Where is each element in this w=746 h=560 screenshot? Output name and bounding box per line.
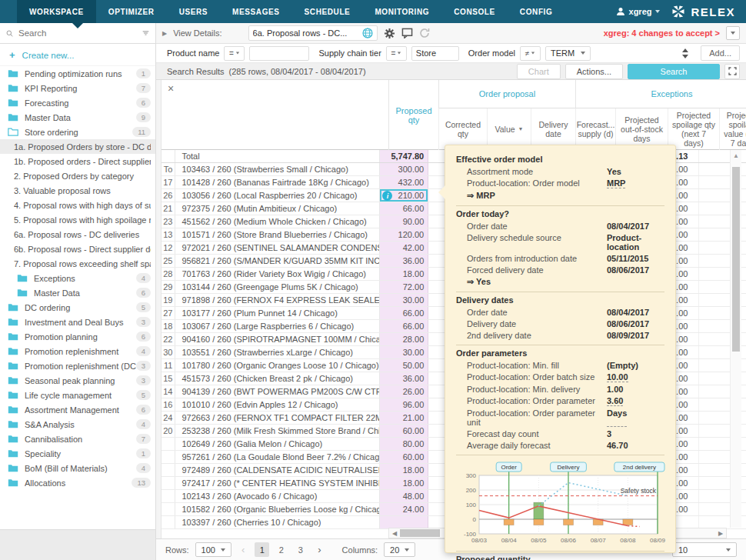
tab-config[interactable]: CONFIG	[508, 0, 565, 23]
next-page-button[interactable]: ›	[314, 544, 325, 555]
tooltip-row-value[interactable]: Days	[607, 408, 627, 427]
sidebar-item-s-a-analysis[interactable]: S&A Analysis4	[0, 417, 155, 432]
sidebar-item-label: 3. Valuable proposal rows	[14, 186, 151, 195]
chevron-down-icon	[655, 10, 660, 13]
column-header-spoilage-qty[interactable]: Projected spoilage qty (next 7 days)	[668, 108, 719, 150]
tab-console[interactable]: CONSOLE	[441, 0, 508, 23]
columns-per-page-select[interactable]: 20	[384, 542, 415, 557]
horizontal-scrollbar-thumb[interactable]	[400, 529, 440, 537]
filter-icon[interactable]	[142, 29, 149, 37]
tooltip-row-value: 46.70	[607, 441, 628, 450]
previous-page-button[interactable]: ‹	[238, 544, 248, 555]
page-number-2[interactable]: 2	[274, 542, 288, 557]
actions-button[interactable]: Actions...	[565, 64, 623, 79]
tab-messages[interactable]: MESSAGES	[220, 0, 291, 23]
folder-icon	[8, 391, 19, 399]
scroll-right-icon[interactable]: ▶	[715, 530, 726, 537]
column-header-out-of-stock-days[interactable]: Projected out-of-stock days	[615, 108, 668, 150]
column-header-corrected-qty[interactable]: Corrected qty	[438, 108, 487, 150]
close-icon[interactable]: ×	[168, 83, 174, 94]
sidebar-item-forecasting[interactable]: Forecasting6	[0, 95, 155, 110]
svg-text:Safety stock: Safety stock	[621, 487, 657, 495]
add-filter-button[interactable]: Add...	[701, 45, 740, 61]
brand-name: RELEX	[691, 5, 735, 18]
column-header-spoilage-value[interactable]: Projected spoilage value (next 7 days)	[719, 108, 746, 150]
sidebar-item-5-proposal-rows-with-high-spoilage-risk[interactable]: 5. Proposal rows with high spoilage risk	[0, 212, 155, 227]
vertical-scrollbar[interactable]: ▲	[730, 150, 741, 528]
column-header-delivery-date[interactable]: Delivery date	[531, 108, 575, 150]
fullscreen-icon[interactable]	[724, 64, 740, 79]
supply-chain-tier-input[interactable]	[411, 46, 459, 61]
sidebar-item-seasonal-peak-planning[interactable]: Seasonal peak planning3	[0, 373, 155, 388]
sidebar-item-life-cycle-management[interactable]: Life cycle management5	[0, 388, 155, 402]
sidebar-item-4-proposal-rows-with-high-days-of-supply[interactable]: 4. Proposal rows with high days of suppl…	[0, 198, 155, 212]
sidebar-item-promotion-replenishment-dcs[interactable]: Promotion replenishment (DCs)3	[0, 358, 155, 373]
rows-per-page-select[interactable]: 100	[195, 542, 231, 557]
sidebar-item-dc-ordering[interactable]: DC ordering5	[0, 300, 155, 315]
sidebar-item-bom-bill-of-materials[interactable]: BoM (Bill of Materials)4	[0, 461, 155, 475]
refresh-icon[interactable]	[419, 28, 430, 38]
sidebar-item-speciality[interactable]: Speciality1	[0, 446, 155, 461]
settings-gear-icon[interactable]	[384, 28, 395, 39]
tab-schedule[interactable]: SCHEDULE	[292, 0, 363, 23]
order-model-select[interactable]: TERM	[545, 46, 591, 61]
tooltip-row-label: Product-location: Min. fill	[467, 361, 607, 370]
scroll-up-icon[interactable]: ▲	[731, 150, 741, 162]
folder-icon	[8, 478, 19, 487]
sidebar-item-1b-proposed-orders-direct-supplier-delive[interactable]: 1b. Proposed orders - Direct supplier de…	[0, 154, 155, 168]
cell-proposed-qty[interactable]: i210.00	[380, 189, 428, 202]
changes-to-accept-link[interactable]: xgreg: 4 changes to accept >	[604, 28, 720, 38]
sidebar-item-investment-and-deal-buys[interactable]: Investment and Deal Buys3	[0, 315, 155, 329]
tooltip-row-value[interactable]: 3.60	[607, 396, 623, 406]
page-number-1[interactable]: 1	[255, 542, 269, 557]
scroll-left-icon[interactable]: ◀	[389, 530, 400, 537]
sidebar-item-6b-proposal-rows-direct-supplier-deliveries[interactable]: 6b. Proposal rows - Direct supplier deli…	[0, 242, 155, 256]
order-model-operator[interactable]: ≠	[520, 46, 541, 61]
product-name-input[interactable]	[249, 46, 309, 61]
info-icon[interactable]: i	[382, 191, 392, 201]
tooltip-section-order-today: Order today?Order date08/04/2017Delivery…	[456, 205, 664, 292]
product-name-operator[interactable]: =	[224, 46, 245, 61]
tab-monitoring[interactable]: MONITORING	[362, 0, 441, 23]
sidebar-item-7-proposal-rows-exceeding-shelf-space[interactable]: 7. Proposal rows exceeding shelf space	[0, 256, 155, 271]
changes-dropdown-button[interactable]	[726, 26, 740, 40]
tab-users[interactable]: USERS	[167, 0, 220, 23]
tooltip-row-value[interactable]: MRP	[607, 178, 625, 188]
create-new-button[interactable]: + Create new...	[0, 44, 155, 66]
sidebar-item-cannibalisation[interactable]: Cannibalisation7	[0, 432, 155, 446]
tooltip-row: Forced delivery date08/06/2017	[456, 264, 664, 275]
sidebar-item-kpi-reporting[interactable]: KPI Reporting7	[0, 81, 155, 95]
sidebar-item-master-data[interactable]: Master Data6	[0, 285, 155, 300]
user-menu[interactable]: xgreg	[616, 7, 661, 16]
expander-icon[interactable]: ▶	[162, 30, 167, 37]
comment-icon[interactable]	[401, 28, 413, 38]
sidebar-item-store-ordering[interactable]: Store ordering11	[0, 125, 155, 139]
page-size-select-right[interactable]: 10	[672, 542, 737, 557]
column-group-order-proposal: Order proposal	[438, 80, 575, 108]
filter-row-spinner[interactable]	[682, 48, 688, 58]
sidebar-item-assortment-management[interactable]: Assortment Management6	[0, 402, 155, 417]
view-selector[interactable]: 6a. Proposal rows - DC...	[248, 25, 378, 41]
column-header-proposed-qty[interactable]: Proposed qty	[388, 80, 438, 150]
chart-button[interactable]: Chart	[517, 64, 561, 79]
search-button[interactable]: Search	[628, 64, 720, 79]
sidebar-item-exceptions[interactable]: Exceptions4	[0, 271, 155, 285]
supply-chain-tier-operator[interactable]: =	[386, 46, 407, 61]
column-header-forecast-supply[interactable]: Forecast... supply (d)	[575, 108, 615, 150]
page-number-3[interactable]: 3	[293, 542, 308, 557]
column-header-value[interactable]: Value▼	[487, 108, 531, 150]
sidebar-item-promotion-planning[interactable]: Promotion planning6	[0, 329, 155, 344]
tooltip-row-value[interactable]: 10.00	[607, 372, 628, 382]
search-input[interactable]	[18, 28, 137, 38]
sidebar-item-allocations[interactable]: Allocations13	[0, 475, 155, 490]
vertical-scrollbar-thumb[interactable]	[732, 167, 740, 352]
sidebar-item-pending-optimization-runs[interactable]: Pending optimization runs1	[0, 66, 155, 81]
sidebar-item-3-valuable-proposal-rows[interactable]: 3. Valuable proposal rows	[0, 183, 155, 198]
tab-optimizer[interactable]: OPTIMIZER	[96, 0, 167, 23]
tab-workspace[interactable]: WORKSPACE	[17, 0, 96, 23]
sidebar-item-6a-proposal-rows-dc-deliveries[interactable]: 6a. Proposal rows - DC deliveries	[0, 227, 155, 242]
sidebar-item-master-data[interactable]: Master Data9	[0, 110, 155, 125]
sidebar-item-1a-proposed-orders-by-store-dc-deliveries[interactable]: 1a. Proposed Orders by store - DC delive…	[0, 139, 155, 154]
sidebar-item-promotion-replenishment[interactable]: Promotion replenishment4	[0, 344, 155, 358]
sidebar-item-2-proposed-orders-by-category[interactable]: 2. Proposed Orders by category	[0, 168, 155, 183]
